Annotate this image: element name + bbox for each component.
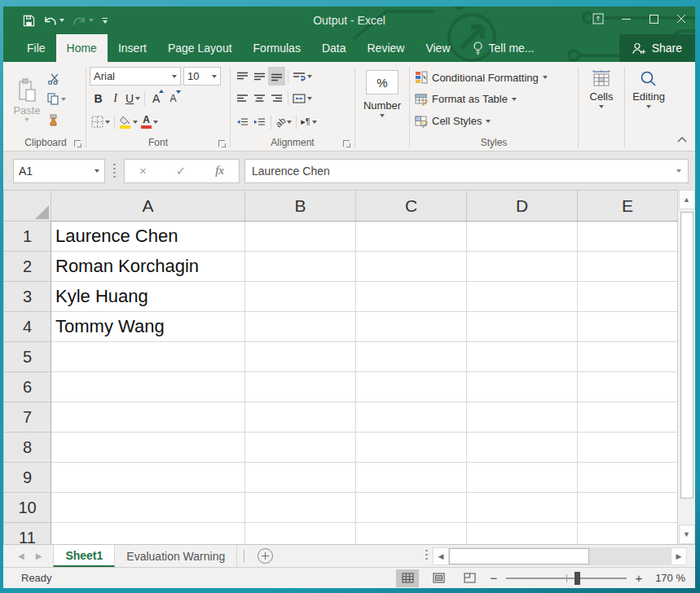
font-color-button[interactable]: A <box>139 112 160 131</box>
cell-a10[interactable] <box>51 493 245 523</box>
vertical-scrollbar-thumb[interactable] <box>680 212 693 499</box>
select-all-button[interactable] <box>4 191 51 222</box>
tell-me-box[interactable]: Tell me... <box>464 34 543 62</box>
close-button[interactable] <box>667 7 695 31</box>
save-button[interactable] <box>23 15 35 27</box>
fill-color-button[interactable] <box>117 112 139 131</box>
cell-a8[interactable] <box>51 433 245 463</box>
cell-a4[interactable]: Tommy Wang <box>51 312 245 342</box>
customize-qat-button[interactable] <box>102 18 108 24</box>
cell-d6[interactable] <box>467 372 578 402</box>
sheet-nav-next-icon[interactable]: ▶ <box>36 551 42 560</box>
cell-b8[interactable] <box>245 433 356 463</box>
tab-page-layout[interactable]: Page Layout <box>157 34 243 62</box>
cell-b11[interactable] <box>245 523 356 545</box>
row-header-6[interactable]: 6 <box>4 372 51 402</box>
cell-e3[interactable] <box>578 282 678 312</box>
align-right-button[interactable] <box>268 90 285 108</box>
zoom-level-label[interactable]: 170 % <box>651 572 685 584</box>
horizontal-scrollbar[interactable]: ◀ ▶ <box>433 547 687 565</box>
cell-c9[interactable] <box>356 463 467 493</box>
cell-a7[interactable] <box>51 402 245 433</box>
align-left-button[interactable] <box>234 90 251 108</box>
font-dialog-launcher[interactable] <box>218 140 225 147</box>
sheet-nav-prev-icon[interactable]: ◀ <box>18 551 24 560</box>
formula-bar-resize-handle[interactable] <box>113 164 116 178</box>
orientation-button[interactable]: ab <box>274 112 293 131</box>
wrap-text-button[interactable] <box>291 67 314 86</box>
copy-button[interactable] <box>45 90 68 108</box>
paste-dropdown-icon[interactable] <box>24 118 29 121</box>
new-sheet-button[interactable] <box>258 548 273 564</box>
page-layout-view-button[interactable] <box>427 569 450 587</box>
align-bottom-button[interactable] <box>268 67 285 86</box>
cell-c10[interactable] <box>356 493 467 523</box>
format-painter-button[interactable] <box>45 111 68 129</box>
row-header-7[interactable]: 7 <box>4 402 51 433</box>
cell-a6[interactable] <box>51 372 245 402</box>
tab-data[interactable]: Data <box>311 34 357 62</box>
cancel-button[interactable]: × <box>139 164 147 178</box>
cell-e9[interactable] <box>578 463 678 493</box>
row-header-1[interactable]: 1 <box>4 222 51 252</box>
horizontal-scrollbar-thumb[interactable] <box>449 548 589 564</box>
formula-input[interactable]: Laurence Chen <box>244 159 689 183</box>
decrease-indent-button[interactable] <box>234 112 251 131</box>
cell-c7[interactable] <box>356 402 467 433</box>
cell-d2[interactable] <box>467 252 578 282</box>
row-header-2[interactable]: 2 <box>4 252 51 282</box>
cell-a3[interactable]: Kyle Huang <box>51 282 245 312</box>
cell-d7[interactable] <box>467 402 578 433</box>
scroll-down-button[interactable]: ▼ <box>679 525 695 544</box>
column-header-e[interactable]: E <box>578 191 678 222</box>
row-header-8[interactable]: 8 <box>4 433 51 463</box>
cell-d11[interactable] <box>467 523 578 545</box>
cell-e6[interactable] <box>578 372 678 402</box>
undo-dropdown-icon[interactable] <box>59 19 64 22</box>
tab-view[interactable]: View <box>415 34 460 62</box>
merge-center-button[interactable] <box>291 90 314 108</box>
vertical-scrollbar[interactable]: ▲ ▼ <box>677 190 695 544</box>
undo-button[interactable] <box>43 15 64 26</box>
scroll-right-button[interactable]: ▶ <box>671 547 687 565</box>
row-header-11[interactable]: 11 <box>4 523 51 545</box>
maximize-button[interactable] <box>640 7 667 31</box>
redo-dropdown-icon[interactable] <box>89 19 94 22</box>
normal-view-button[interactable] <box>396 569 419 587</box>
page-break-preview-button[interactable] <box>458 569 481 587</box>
cell-e1[interactable] <box>578 222 678 252</box>
font-family-combo[interactable]: Arial <box>90 67 181 86</box>
cut-button[interactable] <box>45 70 68 88</box>
cell-b4[interactable] <box>245 312 356 342</box>
decrease-font-size-button[interactable]: A <box>165 90 182 108</box>
insert-function-button[interactable]: fx <box>215 164 224 178</box>
row-header-3[interactable]: 3 <box>4 282 51 312</box>
name-box[interactable]: A1 <box>13 159 105 183</box>
zoom-slider-thumb[interactable] <box>575 572 580 585</box>
cell-d1[interactable] <box>467 222 578 252</box>
cell-b7[interactable] <box>245 402 356 433</box>
paste-button[interactable]: Paste <box>9 65 45 134</box>
row-header-4[interactable]: 4 <box>4 312 51 342</box>
bold-button[interactable]: B <box>90 90 107 108</box>
expand-formula-bar-icon[interactable] <box>676 169 681 173</box>
scroll-up-button[interactable]: ▲ <box>679 190 695 209</box>
cell-d9[interactable] <box>467 463 578 493</box>
cell-a2[interactable]: Roman Korchagin <box>51 252 245 282</box>
italic-button[interactable]: I <box>107 90 124 108</box>
font-size-combo[interactable]: 10 <box>183 67 221 86</box>
redo-button[interactable] <box>73 15 94 26</box>
cell-e5[interactable] <box>578 342 678 372</box>
collapse-ribbon-button[interactable] <box>677 131 687 146</box>
tab-area-resize-handle[interactable] <box>425 550 428 562</box>
cell-e4[interactable] <box>578 312 678 342</box>
zoom-in-button[interactable]: + <box>634 571 644 585</box>
percent-style-button[interactable]: % <box>366 70 398 94</box>
cell-styles-button[interactable]: Cell Styles <box>415 112 573 131</box>
row-header-5[interactable]: 5 <box>4 342 51 372</box>
cell-b10[interactable] <box>245 493 356 523</box>
underline-button[interactable]: U <box>124 90 142 108</box>
share-button[interactable]: Share <box>619 34 695 62</box>
cell-d3[interactable] <box>467 282 578 312</box>
column-header-c[interactable]: C <box>356 191 467 222</box>
